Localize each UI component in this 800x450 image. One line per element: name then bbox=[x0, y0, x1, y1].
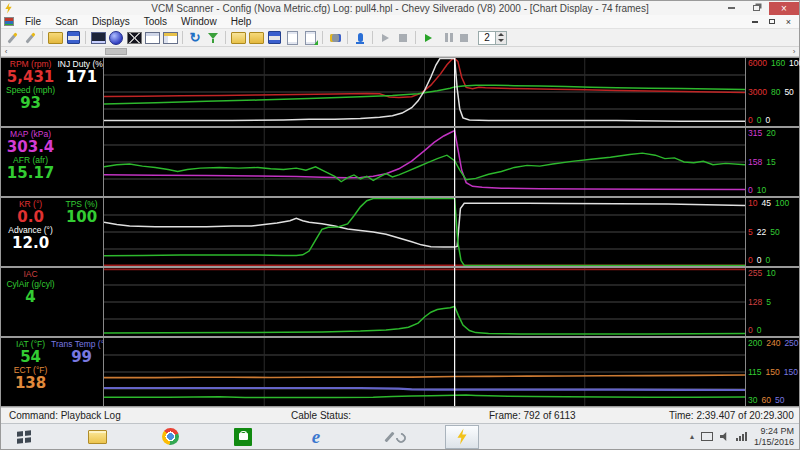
gauge-display-icon[interactable] bbox=[90, 30, 106, 45]
mdi-restore-button[interactable] bbox=[764, 16, 779, 27]
menu-item-tools[interactable]: Tools bbox=[137, 16, 174, 27]
rpm-panel-plot[interactable] bbox=[104, 58, 746, 126]
vcm-scanner-icon[interactable] bbox=[445, 425, 479, 449]
tray-signal-icon[interactable] bbox=[736, 432, 747, 441]
globe-display-icon[interactable] bbox=[108, 30, 124, 45]
iac-panel-plot[interactable] bbox=[104, 268, 746, 336]
kr-panel-param-value: 100 bbox=[66, 209, 97, 225]
playback-pause-icon[interactable] bbox=[438, 30, 454, 45]
save-config-icon[interactable] bbox=[65, 30, 81, 45]
iac-panel-param-value: 4 bbox=[25, 289, 35, 305]
edit-pencil2-icon[interactable] bbox=[22, 30, 38, 45]
table-display-icon[interactable] bbox=[144, 30, 160, 45]
chrome-icon[interactable] bbox=[153, 425, 187, 449]
iac-panel-axis-mid: 1285 bbox=[748, 298, 799, 307]
open-config-icon[interactable] bbox=[47, 30, 63, 45]
iac-panel-axis: 25510128500 bbox=[746, 268, 799, 336]
map-panel-axis-top: 31520 bbox=[748, 129, 799, 138]
voice-control-icon[interactable] bbox=[352, 30, 368, 45]
menu-item-help[interactable]: Help bbox=[224, 16, 259, 27]
playback-play-icon[interactable] bbox=[420, 30, 436, 45]
map-panel-axis-tick: 10 bbox=[757, 186, 766, 195]
mdi-minimize-button[interactable] bbox=[747, 16, 762, 27]
kr-panel-labels: KR (°)0.0Advance (°)12.0TPS (%)100 bbox=[1, 198, 104, 266]
record-play-icon[interactable] bbox=[377, 30, 393, 45]
start-button[interactable] bbox=[7, 425, 41, 449]
menu-item-displays[interactable]: Displays bbox=[85, 16, 137, 27]
status-time: Time: 2:39.407 of 20:29.300 bbox=[669, 410, 794, 421]
dtc-display-icon[interactable] bbox=[162, 30, 178, 45]
tray-volume-icon[interactable] bbox=[720, 432, 729, 441]
temps-panel-axis-bot: 306050 bbox=[748, 396, 799, 405]
internet-explorer-icon[interactable] bbox=[299, 425, 333, 449]
mdi-child-icon[interactable] bbox=[4, 17, 14, 26]
scrollbar-thumb[interactable] bbox=[105, 48, 127, 55]
rpm-panel-axis-tick: 0 bbox=[757, 116, 762, 125]
kr-panel-axis-tick: 10 bbox=[748, 199, 757, 208]
menu-item-window[interactable]: Window bbox=[174, 16, 224, 27]
taskbar-clock[interactable]: 9:24 PM 1/15/2016 bbox=[754, 426, 794, 448]
close-button[interactable]: × bbox=[769, 2, 799, 15]
map-panel-axis-tick: 158 bbox=[748, 158, 762, 167]
refresh-icon[interactable] bbox=[187, 30, 203, 45]
mdi-close-button[interactable]: × bbox=[781, 16, 796, 27]
rpm-panel-axis-top: 6000160100 bbox=[748, 59, 799, 68]
temps-panel-plot[interactable] bbox=[104, 338, 746, 406]
open-log-icon[interactable] bbox=[230, 30, 246, 45]
tray-network-icon[interactable] bbox=[701, 432, 713, 441]
kr-panel-param-value: 0.0 bbox=[17, 209, 44, 225]
temps-panel-labels: IAT (°F)54ECT (°F)138Trans Temp (°F)99 bbox=[1, 338, 104, 406]
record-stop-icon[interactable] bbox=[395, 30, 411, 45]
temps-panel-axis-tick: 50 bbox=[775, 396, 784, 405]
kr-panel-plot[interactable] bbox=[104, 198, 746, 266]
chart-hscrollbar[interactable]: ‹ › bbox=[1, 47, 799, 57]
tools-wrench-icon[interactable] bbox=[372, 425, 406, 449]
map-panel-axis: 3152015815010 bbox=[746, 128, 799, 196]
status-bar: Command: Playback Log Cable Status: Fram… bbox=[1, 407, 799, 423]
rpm-panel-axis-tick: 3000 bbox=[748, 88, 767, 97]
kr-panel-axis-bot: 000 bbox=[748, 256, 799, 265]
tray-show-hidden-icon[interactable]: ▴ bbox=[690, 432, 694, 441]
rpm-panel-param-value: 5,431 bbox=[7, 69, 54, 85]
iac-panel-axis-tick: 128 bbox=[748, 298, 762, 307]
rpm-panel-axis-tick: 50 bbox=[784, 88, 793, 97]
windows-store-icon[interactable] bbox=[226, 425, 260, 449]
kr-panel-axis-mid: 52250 bbox=[748, 228, 799, 237]
spinner-down-icon[interactable] bbox=[496, 38, 506, 44]
save-log-icon[interactable] bbox=[266, 30, 282, 45]
minimize-button[interactable] bbox=[719, 2, 744, 15]
toolbar-separator bbox=[347, 31, 348, 44]
toolbar-separator bbox=[372, 31, 373, 44]
log-file-icon[interactable] bbox=[284, 30, 300, 45]
edit-pencil-icon[interactable] bbox=[4, 30, 20, 45]
map-panel-param-value: 15.17 bbox=[7, 165, 54, 181]
temps-panel-axis-tick: 250 bbox=[784, 339, 798, 348]
filter-icon[interactable] bbox=[205, 30, 221, 45]
clock-time: 9:24 PM bbox=[754, 426, 794, 437]
rpm-panel-axis-tick: 0 bbox=[748, 116, 753, 125]
restore-button[interactable] bbox=[744, 2, 769, 15]
temps-panel-param-value: 54 bbox=[20, 349, 41, 365]
reload-log-icon[interactable] bbox=[302, 30, 318, 45]
file-explorer-icon[interactable] bbox=[80, 425, 114, 449]
map-panel-axis-tick: 15 bbox=[766, 158, 775, 167]
kr-panel-axis-tick: 22 bbox=[757, 228, 766, 237]
title-bar: VCM Scanner - Config (Nova Metric.cfg) L… bbox=[1, 1, 799, 15]
map-panel: MAP (kPa)303.4AFR (afr)15.17315201581501… bbox=[1, 128, 799, 198]
browse-log-icon[interactable] bbox=[248, 30, 264, 45]
temps-panel-axis-top: 200240250 bbox=[748, 339, 799, 348]
playback-speed-spinner[interactable]: 2 bbox=[478, 31, 507, 45]
scroll-right-icon[interactable]: › bbox=[789, 47, 799, 56]
scroll-left-icon[interactable]: ‹ bbox=[1, 47, 11, 56]
iac-panel-axis-tick: 0 bbox=[748, 326, 753, 335]
map-panel-axis-tick: 20 bbox=[766, 129, 775, 138]
playback-stop-icon[interactable] bbox=[456, 30, 472, 45]
iac-panel: IACCylAir (g/cyl)425510128500 bbox=[1, 268, 799, 338]
menu-item-scan[interactable]: Scan bbox=[48, 16, 85, 27]
menu-item-file[interactable]: File bbox=[18, 16, 48, 27]
rpm-panel-axis: 600016010030008050000 bbox=[746, 58, 799, 126]
chart-display-icon[interactable] bbox=[126, 30, 142, 45]
map-panel-plot[interactable] bbox=[104, 128, 746, 196]
kr-panel-axis-tick: 100 bbox=[775, 199, 789, 208]
connection-icon[interactable] bbox=[327, 30, 343, 45]
